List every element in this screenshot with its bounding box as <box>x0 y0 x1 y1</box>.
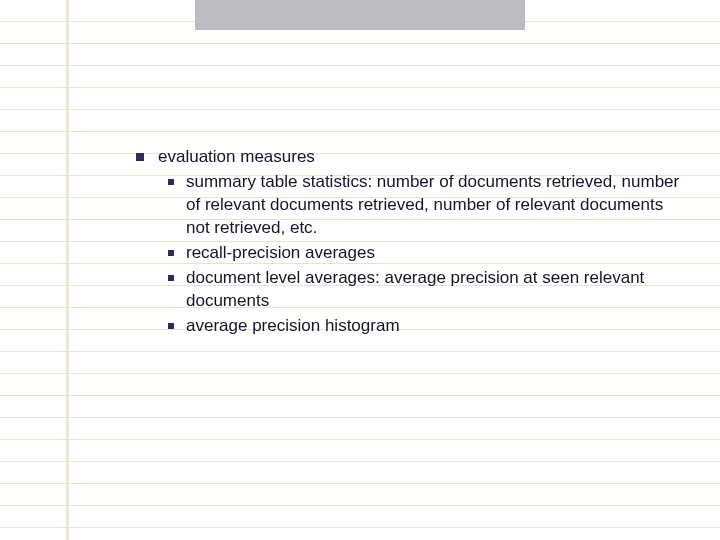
square-bullet-icon <box>168 323 174 329</box>
bullet-text: document level averages: average precisi… <box>186 267 680 313</box>
bullet-text: evaluation measures <box>158 146 680 169</box>
slide-body: evaluation measures summary table statis… <box>136 146 680 340</box>
bullet-text: average precision histogram <box>186 315 680 338</box>
bullet-level2: average precision histogram <box>168 315 680 338</box>
left-margin-stripe <box>66 0 69 540</box>
bullet-text: summary table statistics: number of docu… <box>186 171 680 240</box>
bullet-level1: evaluation measures <box>136 146 680 169</box>
title-placeholder-bar <box>195 0 525 30</box>
bullet-level2: recall-precision averages <box>168 242 680 265</box>
square-bullet-icon <box>136 153 144 161</box>
bullet-level2: summary table statistics: number of docu… <box>168 171 680 240</box>
square-bullet-icon <box>168 179 174 185</box>
bullet-text: recall-precision averages <box>186 242 680 265</box>
bullet-level2: document level averages: average precisi… <box>168 267 680 313</box>
square-bullet-icon <box>168 250 174 256</box>
square-bullet-icon <box>168 275 174 281</box>
